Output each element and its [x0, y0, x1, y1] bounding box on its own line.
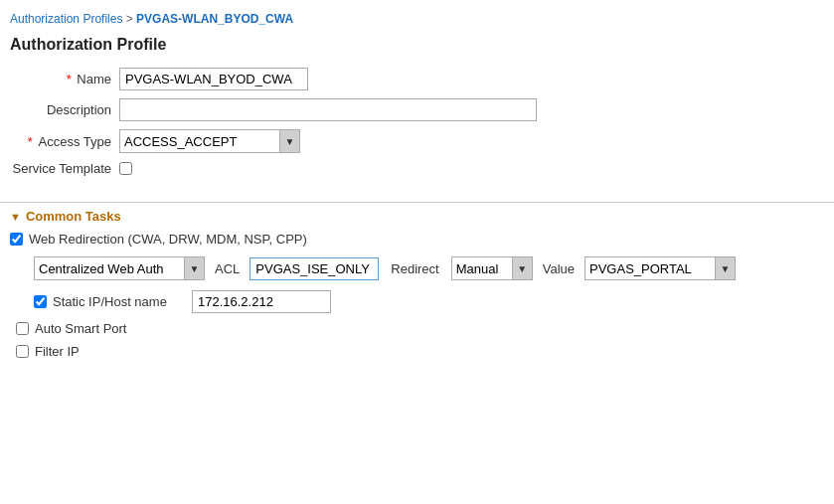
- common-tasks-header[interactable]: ▼ Common Tasks: [10, 209, 824, 224]
- web-redirect-row: Web Redirection (CWA, DRW, MDM, NSP, CPP…: [10, 232, 824, 247]
- form-area: * Name Description * Access Type ACCESS_…: [0, 64, 834, 192]
- common-tasks-title: Common Tasks: [26, 209, 121, 224]
- manual-select-wrapper[interactable]: Manual Auto ▼: [451, 256, 533, 280]
- static-ip-label: Static IP/Host name: [53, 294, 182, 309]
- breadcrumb-parent-link[interactable]: Authorization Profiles: [10, 12, 122, 26]
- description-input[interactable]: [119, 98, 537, 121]
- filter-ip-label: Filter IP: [35, 344, 80, 359]
- static-ip-row: Static IP/Host name: [34, 290, 824, 313]
- acl-input[interactable]: [250, 257, 379, 280]
- page-container: Authorization Profiles > PVGAS-WLAN_BYOD…: [0, 0, 834, 504]
- web-redirect-checkbox[interactable]: [10, 233, 23, 246]
- redirect-config-row: Centralized Web Auth URL Redirect NSP MD…: [34, 256, 824, 280]
- web-redirect-label: Web Redirection (CWA, DRW, MDM, NSP, CPP…: [29, 232, 307, 247]
- value-select-wrapper[interactable]: PVGAS_PORTAL PORTAL2 PORTAL3 ▼: [584, 256, 736, 280]
- access-type-arrow-icon: ▼: [279, 130, 299, 152]
- filter-ip-checkbox[interactable]: [16, 345, 29, 358]
- access-type-select[interactable]: ACCESS_ACCEPT ACCESS_REJECT: [120, 131, 279, 152]
- name-label: * Name: [10, 72, 119, 86]
- breadcrumb-separator: >: [122, 12, 136, 26]
- filter-ip-row: Filter IP: [16, 344, 824, 359]
- value-label: Value: [543, 261, 575, 276]
- manual-arrow-icon: ▼: [512, 257, 532, 279]
- static-ip-input[interactable]: [192, 290, 331, 313]
- manual-select[interactable]: Manual Auto: [452, 258, 512, 279]
- redirect-label: Redirect: [391, 261, 438, 276]
- service-template-checkbox[interactable]: [119, 162, 132, 175]
- common-tasks-arrow-icon: ▼: [10, 211, 21, 223]
- value-arrow-icon: ▼: [715, 257, 735, 279]
- breadcrumb-current: PVGAS-WLAN_BYOD_CWA: [136, 12, 293, 26]
- page-title: Authorization Profile: [0, 30, 834, 64]
- static-ip-checkbox[interactable]: [34, 295, 47, 308]
- description-row: Description: [10, 98, 824, 121]
- breadcrumb: Authorization Profiles > PVGAS-WLAN_BYOD…: [0, 8, 834, 30]
- auto-smart-port-checkbox[interactable]: [16, 322, 29, 335]
- auto-smart-port-row: Auto Smart Port: [16, 321, 824, 336]
- common-tasks-section: ▼ Common Tasks Web Redirection (CWA, DRW…: [0, 203, 834, 359]
- redirect-type-select-wrapper[interactable]: Centralized Web Auth URL Redirect NSP MD…: [34, 256, 205, 280]
- service-template-row: Service Template: [10, 161, 824, 176]
- name-required-star: *: [67, 72, 76, 86]
- access-type-row: * Access Type ACCESS_ACCEPT ACCESS_REJEC…: [10, 129, 824, 153]
- auto-smart-port-label: Auto Smart Port: [35, 321, 126, 336]
- acl-label: ACL: [215, 261, 240, 276]
- redirect-type-arrow-icon: ▼: [184, 257, 204, 279]
- name-input[interactable]: [119, 68, 308, 90]
- value-select[interactable]: PVGAS_PORTAL PORTAL2 PORTAL3: [585, 258, 715, 279]
- redirect-type-select[interactable]: Centralized Web Auth URL Redirect NSP MD…: [35, 258, 184, 279]
- access-type-required-star: *: [28, 134, 37, 149]
- service-template-label: Service Template: [10, 161, 119, 176]
- description-label: Description: [10, 102, 119, 117]
- name-row: * Name: [10, 68, 824, 90]
- access-type-select-wrapper[interactable]: ACCESS_ACCEPT ACCESS_REJECT ▼: [119, 129, 300, 153]
- access-type-label: * Access Type: [10, 134, 119, 149]
